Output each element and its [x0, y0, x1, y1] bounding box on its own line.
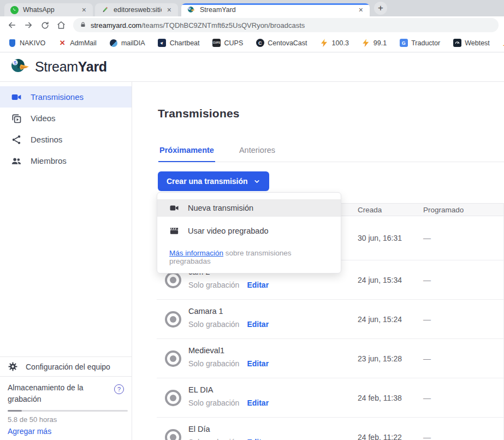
- whatsapp-icon: [10, 5, 19, 14]
- admmail-icon: ✕: [58, 39, 67, 47]
- tab-editoresweb[interactable]: editoresweb:sitioweb:eldia.co ×: [95, 3, 178, 16]
- google-translate-icon: G: [399, 39, 408, 47]
- main-content: Transmisiones Próximamente Anteriores Cr…: [132, 82, 504, 440]
- broadcast-tabs: Próximamente Anteriores: [158, 141, 504, 162]
- nakivo-shield-icon: [8, 39, 16, 47]
- page-title: Transmisiones: [158, 107, 504, 120]
- bookmark-99-1[interactable]: 99.1: [361, 39, 387, 47]
- storage-progress-bar: [8, 410, 128, 412]
- new-tab-button[interactable]: +: [374, 2, 387, 15]
- bookmark-webtest[interactable]: Webtest: [453, 39, 490, 47]
- bookmark-admmail[interactable]: ✕AdmMail: [58, 39, 97, 47]
- storage-title: Almacenamiento de la grabación: [8, 382, 98, 405]
- svg-text:S: S: [189, 7, 191, 10]
- bookmark-chartbeat[interactable]: ▲Chartbeat: [158, 39, 200, 47]
- close-icon[interactable]: ×: [81, 5, 87, 14]
- broadcast-row[interactable]: Camara 1 Solo grabaciónEditar 24 jun, 15…: [157, 300, 503, 339]
- close-icon[interactable]: ×: [166, 5, 173, 14]
- streamyard-duck-icon: S: [187, 5, 195, 14]
- sidebar-item-miembros[interactable]: Miembros: [0, 150, 132, 171]
- create-broadcast-dropdown: Nueva transmisión Usar video pregrabado …: [157, 192, 341, 273]
- lock-icon: [80, 21, 86, 30]
- column-scheduled: Programado: [423, 206, 464, 214]
- url-text: streamyard.com/teams/TQDhBC9ZNTmft6z5UsQ…: [91, 21, 305, 29]
- clapperboard-icon: [169, 226, 179, 236]
- edit-link[interactable]: Editar: [247, 399, 269, 407]
- create-broadcast-button[interactable]: Crear una transmisión: [158, 171, 269, 191]
- tab-title: WhatsApp: [23, 6, 76, 14]
- streamyard-logo-duck-icon: S: [10, 57, 29, 78]
- record-icon: [165, 311, 181, 328]
- dropdown-info-text: Más información sobre transmisiones preg…: [169, 249, 329, 265]
- tab-anteriores[interactable]: Anteriores: [238, 141, 276, 162]
- record-icon: [165, 272, 181, 288]
- svg-text:S: S: [14, 60, 17, 65]
- bookmark-centovacast[interactable]: CCentovaCast: [256, 39, 307, 47]
- column-created: Creada: [358, 206, 382, 214]
- gear-icon: [8, 361, 18, 372]
- home-icon[interactable]: [55, 19, 68, 32]
- edit-link[interactable]: Editar: [247, 281, 269, 289]
- centovacast-icon: C: [256, 39, 264, 47]
- chartbeat-icon: ▲: [158, 39, 167, 47]
- chevron-down-icon: [253, 178, 260, 185]
- tab-title: editoresweb:sitioweb:eldia.co: [114, 6, 162, 14]
- members-icon: [11, 156, 22, 167]
- sidebar-item-videos[interactable]: Videos: [0, 108, 132, 129]
- menu-item-usar-video-pregrabado[interactable]: Usar video pregrabado: [157, 222, 341, 240]
- videos-icon: [11, 113, 22, 124]
- bookmark-cups[interactable]: CUPSCUPS: [212, 39, 244, 47]
- broadcast-row[interactable]: EL DIA Solo grabaciónEditar 24 feb, 11:3…: [157, 378, 503, 418]
- edit-link[interactable]: Editar: [247, 438, 269, 440]
- storage-usage: 5.8 de 50 horas: [8, 415, 124, 424]
- bookmark-nakivo[interactable]: NAKIVO: [8, 39, 45, 47]
- brand-wordmark: StreamYard: [35, 59, 107, 75]
- sidebar: Transmisiones Videos Destinos Miembros C…: [0, 82, 132, 440]
- webtest-gauge-icon: [453, 39, 461, 47]
- record-icon: [165, 350, 181, 367]
- reload-icon[interactable]: [38, 19, 51, 32]
- tab-streamyard[interactable]: S StreamYard ×: [181, 3, 370, 16]
- lightning-icon: [320, 39, 329, 47]
- bookmark-traductor[interactable]: GTraductor: [399, 39, 440, 47]
- bookmarks-bar: NAKIVO ✕AdmMail mailDIA ▲Chartbeat CUPSC…: [0, 34, 504, 52]
- broadcast-row[interactable]: Medieval1 Solo grabaciónEditar 23 jun, 1…: [157, 339, 503, 378]
- bookmark-100-3[interactable]: 100.3: [320, 39, 349, 47]
- browser-window: WhatsApp × editoresweb:sitioweb:eldia.co…: [0, 0, 504, 440]
- maildia-icon: [109, 39, 118, 47]
- back-icon[interactable]: [5, 19, 19, 32]
- forward-icon[interactable]: [22, 19, 35, 32]
- app-header: S StreamYard: [0, 52, 504, 82]
- help-icon[interactable]: ?: [114, 384, 124, 394]
- team-settings-item[interactable]: Configuración del equipo: [0, 356, 132, 377]
- share-icon: [11, 134, 22, 145]
- mas-informacion-link[interactable]: Más información: [169, 249, 223, 257]
- close-icon[interactable]: ×: [358, 5, 364, 14]
- tab-whatsapp[interactable]: WhatsApp ×: [4, 3, 93, 16]
- browser-toolbar: streamyard.com/teams/TQDhBC9ZNTmft6z5UsQ…: [0, 16, 504, 34]
- bookmark-maildia[interactable]: mailDIA: [109, 39, 145, 47]
- camera-icon: [169, 203, 179, 213]
- tab-title: StreamYard: [200, 6, 353, 14]
- address-bar[interactable]: streamyard.com/teams/TQDhBC9ZNTmft6z5UsQ…: [73, 18, 499, 32]
- broadcast-row[interactable]: El Día Solo grabaciónEditar 24 feb, 11:2…: [157, 418, 503, 440]
- record-icon: [165, 429, 181, 440]
- menu-item-nueva-transmision[interactable]: Nueva transmisión: [157, 199, 341, 217]
- url-path: /teams/TQDhBC9ZNTmft6z5UsQVRyon/broadcas…: [141, 21, 305, 29]
- edit-pencil-icon: [100, 5, 109, 14]
- record-icon: [165, 390, 181, 406]
- sidebar-item-destinos[interactable]: Destinos: [0, 129, 132, 150]
- storage-section: Almacenamiento de la grabación ? 5.8 de …: [0, 377, 132, 440]
- edit-link[interactable]: Editar: [247, 320, 269, 329]
- lightning-icon: [361, 39, 370, 47]
- url-domain: streamyard.com: [91, 21, 141, 29]
- tab-proximamente[interactable]: Próximamente: [158, 141, 215, 162]
- storage-progress-fill: [8, 410, 22, 412]
- add-more-link[interactable]: Agregar más: [8, 427, 124, 436]
- browser-tab-bar: WhatsApp × editoresweb:sitioweb:eldia.co…: [0, 0, 504, 16]
- cups-icon: CUPS: [212, 39, 221, 47]
- edit-link[interactable]: Editar: [247, 359, 269, 368]
- camera-icon: [11, 92, 22, 103]
- sidebar-item-transmisiones[interactable]: Transmisiones: [0, 86, 132, 108]
